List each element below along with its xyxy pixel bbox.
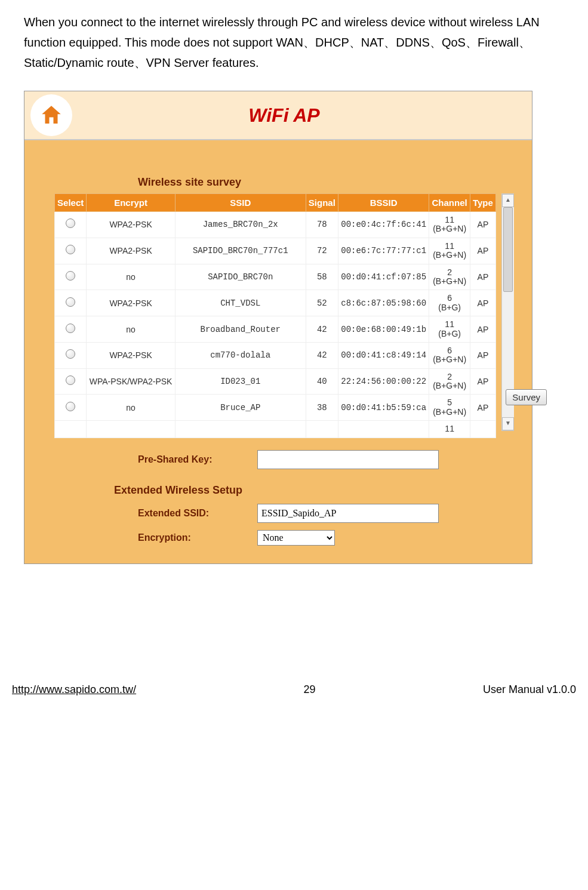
cell-channel: 2(B+G+N) [429, 368, 470, 395]
cell-channel: 11(B+G) [429, 316, 470, 343]
select-radio[interactable] [66, 297, 75, 307]
cell-encrypt: no [87, 316, 175, 343]
cell-bssid: 00:e0:4c:7f:6c:41 [338, 212, 429, 238]
intro-paragraph: When you connect to the internet wireles… [24, 12, 564, 73]
cell-encrypt: no [87, 264, 175, 290]
select-radio[interactable] [66, 245, 75, 254]
cell-type: AP [470, 395, 495, 421]
cell-ssid: ID023_01 [175, 368, 306, 395]
table-row: WPA2-PSKJames_BRC70n_2x7800:e0:4c:7f:6c:… [55, 212, 496, 238]
footer-page-number: 29 [303, 683, 315, 696]
table-row-cut: 11 [55, 421, 496, 438]
cell-signal: 52 [306, 290, 338, 316]
header-bar: WiFi AP [24, 91, 532, 140]
table-header-row: Select Encrypt SSID Signal BSSID Channel… [55, 194, 496, 212]
cell-type: AP [470, 368, 495, 395]
col-ssid: SSID [175, 194, 306, 212]
col-signal: Signal [306, 194, 338, 212]
cell-channel: 2(B+G+N) [429, 264, 470, 290]
cell-ssid: SAPIDO_BRC70n [175, 264, 306, 290]
cell-encrypt: no [87, 395, 175, 421]
extended-ssid-label: Extended SSID: [138, 508, 257, 519]
cell-encrypt: WPA2-PSK [87, 212, 175, 238]
cell-encrypt: WPA2-PSK [87, 238, 175, 264]
select-radio[interactable] [66, 218, 75, 228]
site-survey-table: Select Encrypt SSID Signal BSSID Channel… [54, 193, 496, 438]
select-radio[interactable] [66, 324, 75, 333]
col-select: Select [55, 194, 87, 212]
cell-type: AP [470, 316, 495, 343]
extended-setup-title: Extended Wireless Setup [114, 484, 514, 497]
cell-type: AP [470, 212, 495, 238]
survey-button[interactable]: Survey [506, 389, 547, 405]
cell-ssid: CHT_VDSL [175, 290, 306, 316]
footer-url: http://www.sapido.com.tw/ [12, 683, 136, 696]
cell-bssid: 00:d0:41:cf:07:85 [338, 264, 429, 290]
table-row: noBroadband_Router4200:0e:68:00:49:1b11(… [55, 316, 496, 343]
col-channel: Channel [429, 194, 470, 212]
cell-type: AP [470, 238, 495, 264]
cell-channel: 6(B+G+N) [429, 342, 470, 368]
psk-input[interactable] [257, 450, 439, 469]
cell-ssid: James_BRC70n_2x [175, 212, 306, 238]
scroll-thumb[interactable] [503, 207, 513, 292]
cell-channel: 5(B+G+N) [429, 395, 470, 421]
cell-signal: 78 [306, 212, 338, 238]
cell-bssid: 22:24:56:00:00:22 [338, 368, 429, 395]
psk-label: Pre-Shared Key: [138, 454, 257, 465]
cell-ssid: cm770-dolala [175, 342, 306, 368]
col-type: Type [470, 194, 495, 212]
table-row: noSAPIDO_BRC70n5800:d0:41:cf:07:852(B+G+… [55, 264, 496, 290]
table-row: noBruce_AP3800:d0:41:b5:59:ca5(B+G+N)AP [55, 395, 496, 421]
cell-encrypt: WPA-PSK/WPA2-PSK [87, 368, 175, 395]
cell-bssid: 00:d0:41:b5:59:ca [338, 395, 429, 421]
cell-channel: 11 [429, 421, 470, 438]
cell-channel: 11(B+G+N) [429, 212, 470, 238]
cell-encrypt: WPA2-PSK [87, 342, 175, 368]
cell-signal: 40 [306, 368, 338, 395]
cell-channel: 6(B+G) [429, 290, 470, 316]
router-screenshot: WiFi AP Wireless site survey Select Encr… [24, 91, 532, 564]
encryption-label: Encryption: [138, 532, 257, 543]
scroll-up-icon[interactable]: ▲ [502, 194, 514, 207]
home-icon[interactable] [30, 94, 72, 136]
col-bssid: BSSID [338, 194, 429, 212]
page-title: WiFi AP [72, 104, 532, 127]
cell-ssid: SAPIDO_BRC70n_777c1 [175, 238, 306, 264]
select-radio[interactable] [66, 349, 75, 359]
encryption-select[interactable]: None [257, 530, 335, 546]
table-row: WPA2-PSKCHT_VDSL52c8:6c:87:05:98:606(B+G… [55, 290, 496, 316]
cell-type: AP [470, 264, 495, 290]
cell-signal: 72 [306, 238, 338, 264]
table-row: WPA2-PSKSAPIDO_BRC70n_777c17200:e6:7c:77… [55, 238, 496, 264]
extended-ssid-input[interactable] [257, 504, 439, 523]
cell-bssid: 00:0e:68:00:49:1b [338, 316, 429, 343]
footer-version: User Manual v1.0.0 [483, 683, 576, 696]
cell-signal: 42 [306, 342, 338, 368]
select-radio[interactable] [66, 402, 75, 411]
cell-ssid: Broadband_Router [175, 316, 306, 343]
cell-type: AP [470, 290, 495, 316]
cell-type: AP [470, 342, 495, 368]
cell-bssid: 00:d0:41:c8:49:14 [338, 342, 429, 368]
cell-signal: 58 [306, 264, 338, 290]
page-footer: http://www.sapido.com.tw/ 29 User Manual… [0, 683, 588, 714]
select-radio[interactable] [66, 271, 75, 281]
cell-bssid: c8:6c:87:05:98:60 [338, 290, 429, 316]
table-row: WPA2-PSKcm770-dolala4200:d0:41:c8:49:146… [55, 342, 496, 368]
cell-signal: 38 [306, 395, 338, 421]
scroll-down-icon[interactable]: ▼ [502, 417, 514, 430]
cell-bssid: 00:e6:7c:77:77:c1 [338, 238, 429, 264]
cell-encrypt: WPA2-PSK [87, 290, 175, 316]
survey-section-title: Wireless site survey [138, 176, 514, 189]
cell-signal: 42 [306, 316, 338, 343]
cell-channel: 11(B+G+N) [429, 238, 470, 264]
table-row: WPA-PSK/WPA2-PSKID023_014022:24:56:00:00… [55, 368, 496, 395]
cell-ssid: Bruce_AP [175, 395, 306, 421]
select-radio[interactable] [66, 375, 75, 385]
col-encrypt: Encrypt [87, 194, 175, 212]
